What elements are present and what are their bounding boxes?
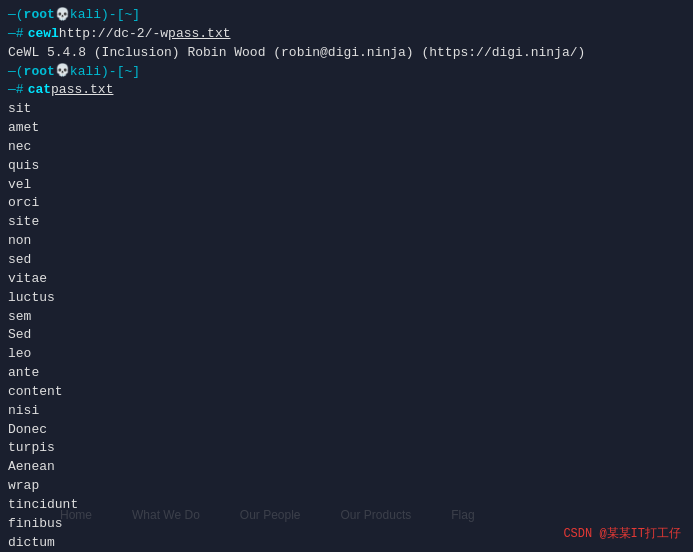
- list-item: Donec: [8, 421, 685, 440]
- prompt-bracket-2: )-[: [101, 63, 124, 82]
- cmd-tool-2: cat: [28, 81, 51, 100]
- watermark: CSDN @某某IT打工仔: [563, 525, 681, 542]
- prompt-root-1: root: [24, 6, 55, 25]
- prompt-kali-1: kali: [70, 6, 101, 25]
- output-text-1: CeWL 5.4.8 (Inclusion) Robin Wood (robin…: [8, 45, 585, 60]
- output-list: sitametnecquisvelorcisitenonsedvitaeluct…: [8, 100, 685, 552]
- command-hash-2: #: [16, 81, 24, 100]
- list-item: non: [8, 232, 685, 251]
- prompt-bracket-end-2: ]: [132, 63, 140, 82]
- prompt-dash-2: —(: [8, 63, 24, 82]
- prompt-dir-2: ~: [124, 63, 132, 82]
- list-item: orci: [8, 194, 685, 213]
- list-item: nisi: [8, 402, 685, 421]
- list-item: sem: [8, 308, 685, 327]
- prompt-dash-1: —(: [8, 6, 24, 25]
- command-line-2: —# cat pass.txt: [8, 81, 685, 100]
- prompt-skull-2: 💀: [55, 63, 70, 80]
- list-item: tincidunt: [8, 496, 685, 515]
- list-item: wrap: [8, 477, 685, 496]
- list-item: site: [8, 213, 685, 232]
- prompt-kali-2: kali: [70, 63, 101, 82]
- prompt-line-2: —(root💀kali)-[~]: [8, 63, 685, 82]
- list-item: amet: [8, 119, 685, 138]
- list-item: sit: [8, 100, 685, 119]
- list-item: turpis: [8, 439, 685, 458]
- prompt-dir-1: ~: [124, 6, 132, 25]
- prompt-skull-1: 💀: [55, 7, 70, 24]
- list-item: quis: [8, 157, 685, 176]
- command-dash-2: —: [8, 81, 16, 100]
- list-item: nec: [8, 138, 685, 157]
- cmd-flag-1: -w: [152, 25, 168, 44]
- list-item: luctus: [8, 289, 685, 308]
- prompt-bracket-1: )-[: [101, 6, 124, 25]
- list-item: ante: [8, 364, 685, 383]
- command-dash-1: —: [8, 25, 16, 44]
- cmd-url-1: http://dc-2/: [59, 25, 153, 44]
- prompt-root-2: root: [24, 63, 55, 82]
- cmd-file-2: pass.txt: [51, 81, 113, 100]
- command-line-1: —# cewl http://dc-2/ -w pass.txt: [8, 25, 685, 44]
- command-hash-1: #: [16, 25, 24, 44]
- output-1: CeWL 5.4.8 (Inclusion) Robin Wood (robin…: [8, 44, 685, 63]
- prompt-line-1: —(root💀kali)-[~]: [8, 6, 685, 25]
- list-item: vel: [8, 176, 685, 195]
- prompt-bracket-end-1: ]: [132, 6, 140, 25]
- cmd-file-1: pass.txt: [168, 25, 230, 44]
- list-item: Aenean: [8, 458, 685, 477]
- terminal: —(root💀kali)-[~] —# cewl http://dc-2/ -w…: [0, 0, 693, 552]
- list-item: leo: [8, 345, 685, 364]
- list-item: content: [8, 383, 685, 402]
- list-item: vitae: [8, 270, 685, 289]
- list-item: Sed: [8, 326, 685, 345]
- list-item: sed: [8, 251, 685, 270]
- cmd-tool-1: cewl: [28, 25, 59, 44]
